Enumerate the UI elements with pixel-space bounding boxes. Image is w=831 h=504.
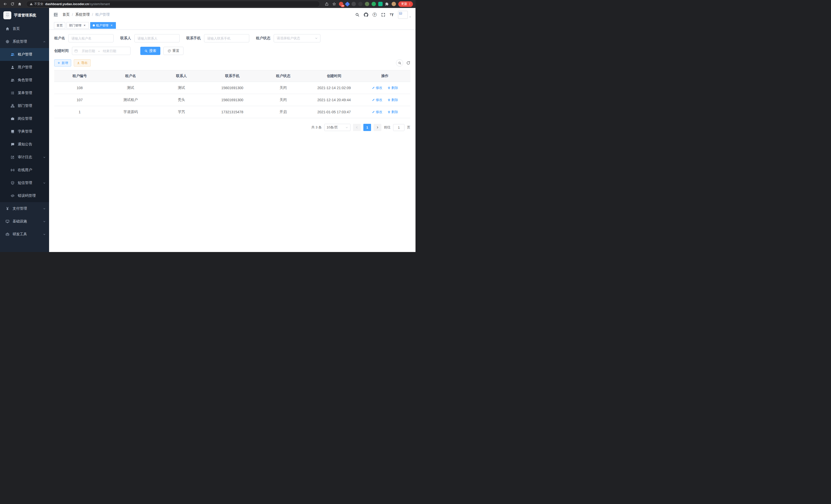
toolbar-right	[396, 59, 410, 66]
page-button-1[interactable]: 1	[363, 124, 371, 131]
sidebar-item-online-user[interactable]: 在线用户	[0, 164, 49, 176]
sidebar-item-label: 短信管理	[18, 181, 32, 185]
cell-name: 芋道源码	[105, 106, 156, 118]
user-avatar-menu[interactable]	[398, 11, 411, 19]
sidebar-item-dict[interactable]: 字典管理	[0, 125, 49, 138]
users-icon	[10, 52, 15, 57]
sidebar-item-dept[interactable]: 部门管理	[0, 99, 49, 112]
browser-back-button[interactable]	[3, 2, 8, 7]
cell-contact: 测试	[156, 82, 207, 94]
contact-label: 联系人	[120, 36, 134, 40]
cell-phone: 15601691300	[207, 82, 258, 94]
export-button[interactable]: 导出	[74, 59, 91, 66]
extension-badge: 10	[341, 5, 345, 7]
prev-page-button[interactable]	[353, 124, 361, 131]
delete-link[interactable]: 删除	[388, 98, 398, 102]
toggle-search-button[interactable]	[396, 59, 403, 66]
cell-id: 108	[54, 82, 105, 94]
bookmark-star-icon[interactable]	[332, 2, 337, 7]
date-start-input[interactable]	[79, 49, 98, 53]
sidebar-item-pay[interactable]: 支付管理	[0, 202, 49, 215]
tenant-name-input[interactable]	[68, 34, 114, 42]
browser-home-button[interactable]	[17, 2, 22, 7]
cell-actions: 修改 删除	[360, 94, 410, 106]
goto-page-input[interactable]	[393, 124, 404, 131]
sidebar-item-label: 基础设施	[12, 219, 27, 224]
delete-link[interactable]: 删除	[388, 110, 398, 114]
sidebar-item-audit-log[interactable]: 审计日志	[0, 151, 49, 164]
extension-dark-icon-2[interactable]	[358, 2, 363, 6]
breadcrumb-home[interactable]: 首页	[62, 12, 69, 17]
tab-label: 租户管理	[96, 23, 109, 28]
reset-button[interactable]: 重置	[164, 47, 183, 55]
text-size-icon[interactable]: TT	[390, 13, 394, 17]
contact-input[interactable]	[134, 34, 180, 42]
edit-link[interactable]: 修改	[372, 86, 382, 90]
edit-link[interactable]: 修改	[372, 98, 382, 102]
search-button[interactable]: 搜索	[140, 47, 160, 55]
avatar-broken-image	[398, 11, 408, 19]
close-icon[interactable]: ×	[110, 24, 113, 27]
delete-link[interactable]: 删除	[388, 86, 398, 90]
edit-link[interactable]: 修改	[372, 110, 382, 114]
sidebar-collapse-icon[interactable]	[49, 12, 62, 17]
sidebar-item-system[interactable]: 系统管理	[0, 35, 49, 48]
close-icon[interactable]: ×	[83, 24, 86, 27]
fullscreen-icon[interactable]	[381, 12, 385, 17]
profile-avatar[interactable]	[392, 2, 396, 6]
tab-dept[interactable]: 部门管理 ×	[66, 22, 89, 29]
tenant-table: 租户编号 租户名 联系人 联系手机 租户状态 创建时间 操作 108 测试	[54, 70, 410, 118]
phone-label: 联系手机	[186, 36, 204, 40]
sidebar-item-role[interactable]: 角色管理	[0, 74, 49, 87]
sidebar-item-home[interactable]: 首页	[0, 22, 49, 35]
extension-blue-icon[interactable]	[345, 2, 350, 7]
sidebar-item-menu[interactable]: 菜单管理	[0, 87, 49, 99]
broken-image-icon	[399, 11, 402, 15]
active-tab-dot	[93, 24, 95, 26]
sidebar-item-sms[interactable]: 短信管理	[0, 176, 49, 189]
extensions-puzzle-icon[interactable]	[385, 2, 389, 6]
share-icon[interactable]	[324, 2, 329, 7]
add-button-label: 新增	[62, 61, 68, 65]
address-bar[interactable]: 不安全 dashboard.yudao.iocoder.cn/system/te…	[26, 1, 320, 7]
edit-label: 修改	[376, 98, 382, 102]
sidebar-item-notice[interactable]: 通知公告	[0, 138, 49, 151]
date-end-input[interactable]	[100, 49, 119, 53]
date-range-picker[interactable]: -	[72, 47, 131, 55]
sidebar-item-label: 研发工具	[12, 232, 27, 237]
tab-home[interactable]: 首页	[54, 22, 65, 29]
navbar: 首页 / 系统管理 / 租户管理 ? TT	[49, 8, 416, 21]
extension-olive-icon[interactable]	[365, 2, 369, 6]
app-logo[interactable]: 芋道管理系统	[0, 8, 49, 22]
github-icon[interactable]	[364, 12, 368, 17]
sidebar-item-label: 部门管理	[18, 103, 32, 108]
browser-update-button[interactable]: 更新	[398, 1, 413, 7]
extension-dark-icon-1[interactable]	[351, 2, 356, 6]
extension-green-icon[interactable]	[372, 2, 376, 6]
sidebar-item-infra[interactable]: 基础设施	[0, 215, 49, 228]
refresh-table-button[interactable]	[406, 61, 410, 65]
tab-tenant[interactable]: 租户管理 ×	[90, 22, 116, 29]
extension-teal-icon[interactable]	[378, 2, 382, 6]
extension-red-icon[interactable]: 10	[339, 2, 343, 6]
sidebar-item-user[interactable]: 用户管理	[0, 61, 49, 74]
help-icon[interactable]: ?	[373, 12, 377, 17]
site-security-chip[interactable]: 不安全	[30, 2, 44, 6]
sidebar-item-label: 支付管理	[12, 206, 27, 211]
phone-input[interactable]	[204, 34, 249, 42]
breadcrumb-system[interactable]: 系统管理	[75, 12, 90, 17]
sidebar-item-post[interactable]: 岗位管理	[0, 112, 49, 125]
sidebar-item-tenant[interactable]: 租户管理	[0, 48, 49, 61]
monitor-icon	[5, 219, 9, 224]
add-button[interactable]: 新增	[54, 59, 71, 66]
sidebar-item-error-code[interactable]: 错误码管理	[0, 189, 49, 202]
browser-reload-button[interactable]	[10, 2, 15, 7]
security-label: 不安全	[34, 2, 44, 6]
header-search-icon[interactable]	[355, 12, 360, 17]
sidebar-item-dev-tool[interactable]: 研发工具	[0, 228, 49, 241]
status-select[interactable]: 请选择租户状态	[274, 34, 320, 42]
cell-id: 107	[54, 94, 105, 106]
table-toolbar: 新增 导出	[54, 59, 410, 66]
page-size-select[interactable]: 10条/页	[324, 124, 350, 131]
next-page-button[interactable]	[374, 124, 381, 131]
